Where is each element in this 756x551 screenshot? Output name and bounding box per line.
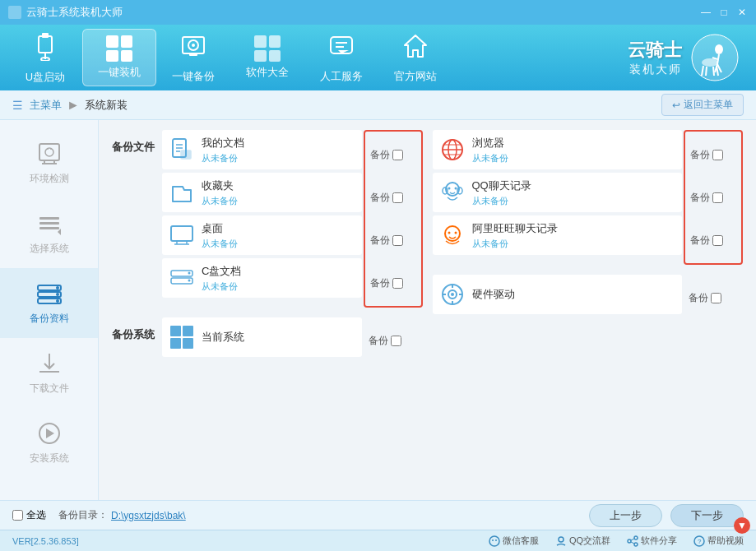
svg-point-40 xyxy=(56,293,59,296)
select-all-checkbox[interactable] xyxy=(12,510,23,521)
svg-point-88 xyxy=(634,543,638,546)
logo-sub: 装机大师 xyxy=(628,63,682,77)
check-label-0: 备份 xyxy=(370,148,390,162)
nav-label-backup: 一键备份 xyxy=(172,69,215,84)
nav-item-install[interactable]: 一键装机 xyxy=(82,29,156,86)
nav-buttons: 上一步 下一步 ▼ xyxy=(589,504,744,527)
close-btn[interactable]: ✕ xyxy=(736,7,748,18)
back-button[interactable]: ↩ 返回主菜单 xyxy=(661,94,744,116)
content-area: 备份文件 xyxy=(99,120,756,500)
qq-group-link[interactable]: QQ交流群 xyxy=(555,535,610,547)
checkbox-desktop[interactable] xyxy=(392,235,403,246)
wechat-service-link[interactable]: 微信客服 xyxy=(489,535,539,547)
right-apps-list: 浏览器 从未备份 xyxy=(433,130,683,265)
hardware-name: 硬件驱动 xyxy=(472,287,678,302)
check-qq[interactable]: 备份 xyxy=(689,178,738,217)
sidebar-item-select[interactable]: 选择系统 xyxy=(0,198,98,268)
svg-point-15 xyxy=(715,44,723,54)
check-label-2: 备份 xyxy=(370,234,390,248)
sidebar-item-backup-data[interactable]: 备份资料 xyxy=(0,268,98,338)
nav-item-backup[interactable]: 一键备份 xyxy=(156,29,230,86)
svg-point-56 xyxy=(188,272,191,275)
sidebar-label-env: 环境检测 xyxy=(30,172,69,186)
share-link[interactable]: 软件分享 xyxy=(627,535,677,547)
check-hardware-label: 备份 xyxy=(689,291,708,305)
backup-files-checkboxes: 备份 备份 备份 xyxy=(364,130,423,308)
qq-icon xyxy=(438,178,467,207)
checkbox-favorites[interactable] xyxy=(392,192,403,203)
select-all-label[interactable]: 全选 xyxy=(12,508,46,522)
svg-rect-25 xyxy=(39,144,59,160)
checkbox-cdocs[interactable] xyxy=(392,278,403,289)
check-favorites[interactable]: 备份 xyxy=(369,178,418,217)
check-cdocs[interactable]: 备份 xyxy=(369,263,418,303)
svg-line-23 xyxy=(713,67,714,76)
check-browser[interactable]: 备份 xyxy=(689,135,738,174)
qq-chat-status: 从未备份 xyxy=(472,195,678,207)
nav-item-software[interactable]: 软件大全 xyxy=(230,29,304,86)
checkbox-qq[interactable] xyxy=(712,192,723,203)
nav-item-official[interactable]: 官方网站 xyxy=(378,29,452,86)
check-browser-label: 备份 xyxy=(690,148,710,162)
svg-point-7 xyxy=(192,44,195,47)
checkbox-hardware[interactable] xyxy=(711,293,721,303)
backup-files-list: 我的文档 从未备份 xyxy=(162,130,362,308)
wechat-label: 微信客服 xyxy=(503,535,539,547)
sidebar-item-install-sys[interactable]: 安装系统 xyxy=(0,408,98,478)
breadcrumb-home[interactable]: 主菜单 xyxy=(30,98,62,113)
cdocs-status: 从未备份 xyxy=(202,280,357,293)
right-apps-section: 浏览器 从未备份 xyxy=(433,130,744,265)
sidebar-item-env[interactable]: 环境检测 xyxy=(0,128,98,198)
backup-grid: 备份文件 xyxy=(112,130,743,490)
item-cdocs: C盘文档 从未备份 xyxy=(162,258,362,298)
minimize-btn[interactable]: — xyxy=(700,7,712,18)
help-label: 帮助视频 xyxy=(707,535,744,547)
share-icon xyxy=(627,535,638,547)
check-desktop[interactable]: 备份 xyxy=(369,220,418,260)
svg-line-89 xyxy=(631,539,634,540)
browser-icon xyxy=(438,135,467,164)
check-sys-label: 备份 xyxy=(369,334,388,348)
nav-item-service[interactable]: 人工服务 xyxy=(304,29,378,86)
usb-icon xyxy=(30,31,60,61)
backup-files-section: 备份文件 xyxy=(112,130,423,308)
prev-button[interactable]: 上一步 xyxy=(589,504,662,527)
desktop-icon xyxy=(167,220,197,250)
nav-item-usb[interactable]: U盘启动 xyxy=(8,29,82,86)
my-docs-name: 我的文档 xyxy=(202,136,357,150)
help-link[interactable]: ? 帮助视频 xyxy=(693,535,744,547)
check-hardware[interactable]: 备份 xyxy=(687,278,740,317)
checkbox-sys[interactable] xyxy=(391,336,401,346)
hardware-checkboxes: 备份 xyxy=(684,275,743,321)
bottom-bar: 全选 备份目录： D:\ygsxtzjds\bak\ 上一步 下一步 ▼ xyxy=(0,500,756,530)
backup-icon xyxy=(179,32,207,60)
svg-line-22 xyxy=(706,67,707,76)
checkbox-aliwangwang[interactable] xyxy=(712,235,723,246)
svg-rect-0 xyxy=(8,6,21,19)
breadcrumb-icon: ☰ xyxy=(12,99,23,112)
check-mydocs[interactable]: 备份 xyxy=(369,135,418,174)
maximize-btn[interactable]: □ xyxy=(718,7,730,18)
right-apps-checkboxes: 备份 备份 备份 xyxy=(684,130,743,265)
favorites-info: 收藏夹 从未备份 xyxy=(197,178,357,207)
select-icon xyxy=(36,211,63,237)
check-sys[interactable]: 备份 xyxy=(367,321,420,360)
backup-dir-path[interactable]: D:\ygsxtzjds\bak\ xyxy=(111,510,186,521)
next-button[interactable]: 下一步 xyxy=(670,504,744,527)
current-sys-name: 当前系统 xyxy=(202,330,357,345)
svg-point-41 xyxy=(56,299,59,303)
app-title: 云骑士系统装机大师 xyxy=(26,5,123,20)
sidebar-item-download[interactable]: 下载文件 xyxy=(0,338,98,408)
checkbox-browser[interactable] xyxy=(712,150,723,160)
svg-point-86 xyxy=(634,536,638,539)
hardware-info: 硬件驱动 xyxy=(467,287,678,302)
check-aliwangwang[interactable]: 备份 xyxy=(689,220,738,260)
checkbox-mydocs[interactable] xyxy=(392,150,403,160)
sidebar-label-install-sys: 安装系统 xyxy=(30,451,69,465)
item-hardware: 硬件驱动 xyxy=(433,275,683,314)
logo-text: 云骑士 xyxy=(628,38,682,63)
backup-system-label: 备份系统 xyxy=(112,317,157,342)
item-aliwangwang: 阿里旺旺聊天记录 从未备份 xyxy=(433,215,683,255)
desktop-info: 桌面 从未备份 xyxy=(197,221,357,250)
right-column: 浏览器 从未备份 xyxy=(433,130,744,490)
